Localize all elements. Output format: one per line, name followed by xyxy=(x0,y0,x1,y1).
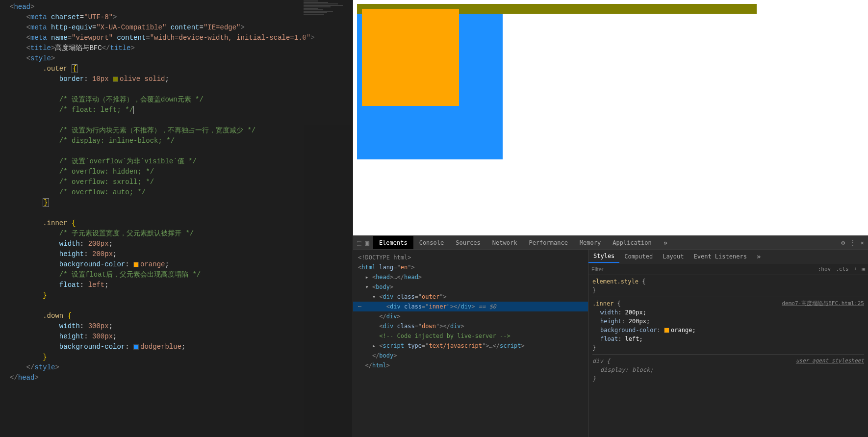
add-rule-icon[interactable]: + xyxy=(854,266,857,272)
cls-toggle[interactable]: .cls xyxy=(836,266,849,272)
code-content[interactable]: <head> <meta charset="UTF-8"> <meta http… xyxy=(0,0,353,383)
code-editor-pane[interactable]: <head> <meta charset="UTF-8"> <meta http… xyxy=(0,0,353,437)
selected-dom-node[interactable]: ⋯ <div class="inner"></div> == $0 xyxy=(353,302,588,311)
inspect-icon[interactable]: ⬚ xyxy=(357,239,361,247)
tab-network[interactable]: Network xyxy=(486,236,523,249)
sidebar-toggle-icon[interactable]: ▣ xyxy=(862,266,865,272)
color-swatch-orange xyxy=(133,262,139,267)
close-devtools-icon[interactable]: ✕ xyxy=(861,239,864,246)
devtools-main-tabs: ⬚ ▣ Elements Console Sources Network Per… xyxy=(353,236,868,250)
subtab-layout[interactable]: Layout xyxy=(658,250,689,263)
color-swatch-dodgerblue xyxy=(133,344,139,350)
browser-preview[interactable] xyxy=(353,0,868,235)
tab-application[interactable]: Application xyxy=(607,236,657,249)
tab-performance[interactable]: Performance xyxy=(523,236,573,249)
settings-gear-icon[interactable]: ⚙ xyxy=(842,239,845,246)
source-link[interactable]: demo7-高度塌陷与BFC.html:25 xyxy=(782,299,864,308)
tab-elements[interactable]: Elements xyxy=(373,236,413,249)
devtools-panel[interactable]: ⬚ ▣ Elements Console Sources Network Per… xyxy=(353,235,868,437)
tab-memory[interactable]: Memory xyxy=(574,236,607,249)
color-swatch-orange[interactable] xyxy=(664,328,669,333)
hov-toggle[interactable]: :hov xyxy=(818,266,831,272)
styles-panel[interactable]: Styles Computed Layout Event Listeners »… xyxy=(588,250,868,437)
dom-tree[interactable]: <!DOCTYPE html> <html lang="en"> ▸ <head… xyxy=(353,250,588,437)
tab-console[interactable]: Console xyxy=(413,236,450,249)
subtab-styles[interactable]: Styles xyxy=(588,250,619,263)
more-vert-icon[interactable]: ⋮ xyxy=(850,239,856,246)
subtab-computed[interactable]: Computed xyxy=(619,250,658,263)
preview-inner-div xyxy=(362,9,459,106)
styles-filter-input[interactable] xyxy=(591,266,813,272)
device-toggle-icon[interactable]: ▣ xyxy=(365,239,369,247)
text-cursor xyxy=(133,106,134,114)
tab-sources[interactable]: Sources xyxy=(450,236,486,249)
subtab-overflow-icon[interactable]: » xyxy=(752,250,765,263)
subtab-eventlisteners[interactable]: Event Listeners xyxy=(689,250,752,263)
tabs-overflow-icon[interactable]: » xyxy=(658,236,673,249)
color-swatch-olive xyxy=(113,77,118,82)
